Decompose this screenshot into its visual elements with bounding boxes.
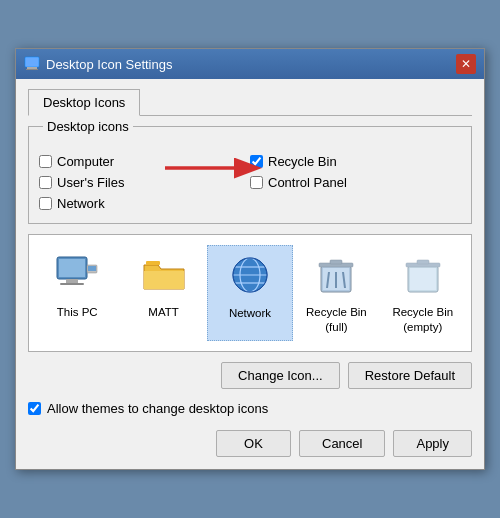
checkbox-controlpanel-label[interactable]: Control Panel [250,175,461,190]
footer-buttons: OK Cancel Apply [28,430,472,457]
title-bar-left: Desktop Icon Settings [24,56,172,72]
window-body: Desktop Icons Desktop icons Computer Use… [16,79,484,469]
recyclebin-empty-icon [399,251,447,299]
dialog-window: Desktop Icon Settings ✕ Desktop Icons De… [15,48,485,470]
ok-button[interactable]: OK [216,430,291,457]
svg-rect-20 [330,260,342,264]
checkbox-recyclebin-text: Recycle Bin [268,154,337,169]
recyclebin-full-label: Recycle Bin(full) [306,305,367,335]
desktop-icon-recyclebin-empty[interactable]: Recycle Bin(empty) [380,245,466,341]
icon-area: This PC MATT [28,234,472,352]
svg-rect-27 [417,260,429,264]
checkbox-network-label[interactable]: Network [39,196,250,211]
checkbox-userfiles-text: User's Files [57,175,125,190]
tab-bar: Desktop Icons [28,89,472,116]
checkbox-recyclebin[interactable] [250,155,263,168]
svg-rect-25 [410,268,436,290]
desktop-icons-group: Desktop icons Computer User's Files Netw… [28,126,472,224]
checkbox-network-text: Network [57,196,105,211]
group-label: Desktop icons [43,119,133,134]
matt-label: MATT [148,305,178,320]
desktop-icon-recyclebin-full[interactable]: Recycle Bin(full) [293,245,379,341]
dialog-title: Desktop Icon Settings [46,57,172,72]
svg-rect-6 [66,279,78,283]
allow-themes-checkbox[interactable] [28,402,41,415]
checkbox-controlpanel[interactable] [250,176,263,189]
title-bar: Desktop Icon Settings ✕ [16,49,484,79]
svg-rect-10 [146,261,160,265]
network-icon [226,252,274,300]
restore-default-button[interactable]: Restore Default [348,362,472,389]
checkbox-userfiles[interactable] [39,176,52,189]
change-icon-button[interactable]: Change Icon... [221,362,340,389]
matt-icon [140,251,188,299]
desktop-icon-thispc[interactable]: This PC [34,245,120,341]
thispc-icon [53,251,101,299]
checkbox-controlpanel-text: Control Panel [268,175,347,190]
apply-button[interactable]: Apply [393,430,472,457]
tab-desktop-icons[interactable]: Desktop Icons [28,89,140,116]
checkbox-computer[interactable] [39,155,52,168]
svg-rect-5 [59,259,85,277]
recyclebin-empty-label: Recycle Bin(empty) [392,305,453,335]
window-icon [24,56,40,72]
close-button[interactable]: ✕ [456,54,476,74]
recyclebin-full-icon [312,251,360,299]
checkbox-network[interactable] [39,197,52,210]
checkbox-computer-text: Computer [57,154,114,169]
checkbox-computer-label[interactable]: Computer [39,154,250,169]
allow-themes-row: Allow themes to change desktop icons [28,401,472,416]
network-label: Network [229,306,271,321]
cancel-button[interactable]: Cancel [299,430,385,457]
desktop-icon-matt[interactable]: MATT [120,245,206,341]
svg-rect-7 [60,283,84,285]
icon-buttons-row: Change Icon... Restore Default [28,362,472,389]
allow-themes-label[interactable]: Allow themes to change desktop icons [47,401,268,416]
desktop-icon-network[interactable]: Network [207,245,293,341]
svg-rect-9 [88,266,96,271]
svg-rect-2 [26,69,38,70]
svg-rect-1 [27,67,37,69]
checkbox-userfiles-label[interactable]: User's Files [39,175,250,190]
svg-rect-0 [25,57,39,67]
thispc-label: This PC [57,305,98,320]
checkbox-recyclebin-label[interactable]: Recycle Bin [250,154,461,169]
